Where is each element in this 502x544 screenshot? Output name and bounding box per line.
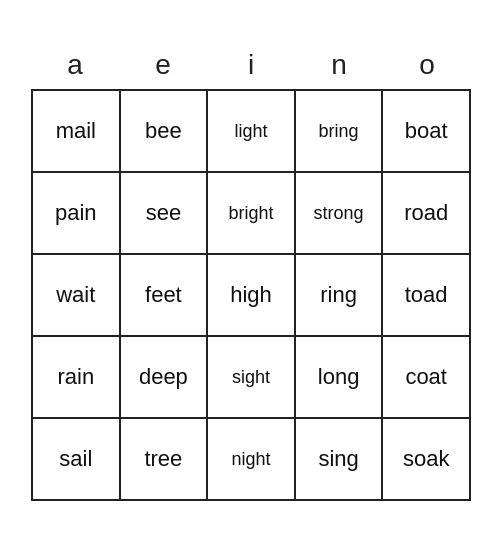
grid-cell-1-0: pain xyxy=(33,173,121,253)
grid-cell-0-4: boat xyxy=(383,91,469,171)
grid-cell-2-1: feet xyxy=(121,255,209,335)
grid-cell-1-2: bright xyxy=(208,173,296,253)
grid-cell-0-2: light xyxy=(208,91,296,171)
grid-cell-2-2: high xyxy=(208,255,296,335)
grid-cell-4-1: tree xyxy=(121,419,209,499)
grid-cell-2-3: ring xyxy=(296,255,384,335)
header-cell-a: a xyxy=(31,43,119,89)
grid-cell-3-0: rain xyxy=(33,337,121,417)
grid-row-3: raindeepsightlongcoat xyxy=(33,337,469,419)
grid-cell-2-0: wait xyxy=(33,255,121,335)
grid-cell-1-1: see xyxy=(121,173,209,253)
grid-cell-1-4: road xyxy=(383,173,469,253)
grid-cell-3-3: long xyxy=(296,337,384,417)
grid-cell-3-1: deep xyxy=(121,337,209,417)
grid-row-4: sailtreenightsingsoak xyxy=(33,419,469,499)
grid-cell-3-4: coat xyxy=(383,337,469,417)
header-cell-i: i xyxy=(207,43,295,89)
header-row: aeino xyxy=(31,43,471,89)
header-cell-n: n xyxy=(295,43,383,89)
bingo-board: aeino mailbeelightbringboatpainseebright… xyxy=(31,43,471,501)
bingo-grid: mailbeelightbringboatpainseebrightstrong… xyxy=(31,89,471,501)
grid-cell-4-0: sail xyxy=(33,419,121,499)
grid-cell-2-4: toad xyxy=(383,255,469,335)
grid-cell-4-3: sing xyxy=(296,419,384,499)
grid-row-0: mailbeelightbringboat xyxy=(33,91,469,173)
grid-cell-3-2: sight xyxy=(208,337,296,417)
grid-cell-0-3: bring xyxy=(296,91,384,171)
header-cell-o: o xyxy=(383,43,471,89)
grid-row-1: painseebrightstrongroad xyxy=(33,173,469,255)
grid-row-2: waitfeethighringtoad xyxy=(33,255,469,337)
grid-cell-4-2: night xyxy=(208,419,296,499)
grid-cell-4-4: soak xyxy=(383,419,469,499)
grid-cell-1-3: strong xyxy=(296,173,384,253)
grid-cell-0-0: mail xyxy=(33,91,121,171)
grid-cell-0-1: bee xyxy=(121,91,209,171)
header-cell-e: e xyxy=(119,43,207,89)
